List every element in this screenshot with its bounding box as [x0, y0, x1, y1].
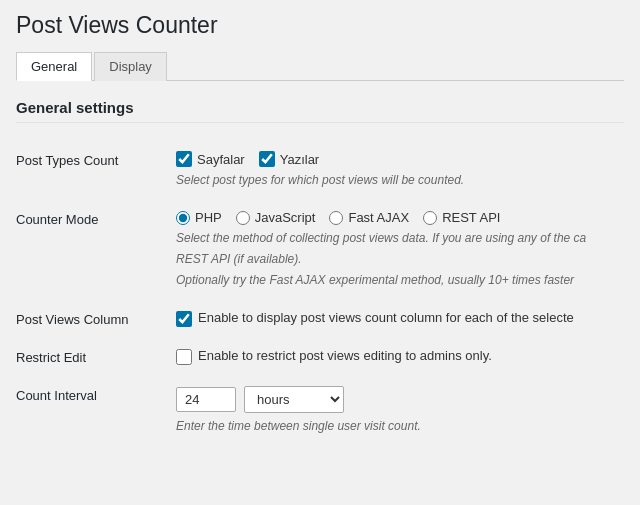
radio-fast-ajax-item: Fast AJAX — [329, 210, 409, 225]
label-php[interactable]: PHP — [195, 210, 222, 225]
label-restrict-edit: Restrict Edit — [16, 338, 176, 376]
tab-general[interactable]: General — [16, 52, 92, 81]
help-counter-mode-2: REST API (if available). — [176, 250, 624, 268]
settings-table: Post Types Count Sayfalar Yazılar Select… — [16, 141, 624, 445]
help-counter-mode-1: Select the method of collecting post vie… — [176, 229, 624, 247]
control-count-interval: minutes hours days Enter the time betwee… — [176, 376, 624, 446]
radio-javascript-item: JavaScript — [236, 210, 316, 225]
interval-value-input[interactable] — [176, 387, 236, 412]
radio-javascript[interactable] — [236, 211, 250, 225]
control-counter-mode: PHP JavaScript Fast AJAX REST API — [176, 200, 624, 300]
control-post-views-column: Enable to display post views count colum… — [176, 300, 624, 338]
help-count-interval: Enter the time between single user visit… — [176, 417, 624, 435]
label-yazilar[interactable]: Yazılar — [280, 152, 320, 167]
label-post-views-column-check[interactable]: Enable to display post views count colum… — [198, 310, 574, 325]
label-javascript[interactable]: JavaScript — [255, 210, 316, 225]
row-post-types-count: Post Types Count Sayfalar Yazılar Select… — [16, 141, 624, 200]
interval-unit-select[interactable]: minutes hours days — [244, 386, 344, 413]
label-rest-api[interactable]: REST API — [442, 210, 500, 225]
checkbox-sayfalar-item: Sayfalar — [176, 151, 245, 167]
label-count-interval: Count Interval — [16, 376, 176, 446]
radio-rest-api[interactable] — [423, 211, 437, 225]
page-title: Post Views Counter — [16, 12, 624, 39]
label-post-views-column: Post Views Column — [16, 300, 176, 338]
label-fast-ajax[interactable]: Fast AJAX — [348, 210, 409, 225]
count-interval-controls: minutes hours days — [176, 386, 624, 413]
tab-display[interactable]: Display — [94, 52, 167, 81]
control-restrict-edit: Enable to restrict post views editing to… — [176, 338, 624, 376]
row-count-interval: Count Interval minutes hours days Enter … — [16, 376, 624, 446]
label-post-types-count: Post Types Count — [16, 141, 176, 200]
row-counter-mode: Counter Mode PHP JavaScript Fast AJAX — [16, 200, 624, 300]
row-restrict-edit: Restrict Edit Enable to restrict post vi… — [16, 338, 624, 376]
checkbox-restrict-edit[interactable] — [176, 349, 192, 365]
post-views-column-row: Enable to display post views count colum… — [176, 310, 624, 327]
section-title: General settings — [16, 99, 624, 123]
help-counter-mode-3: Optionally try the Fast AJAX experimenta… — [176, 271, 624, 289]
label-sayfalar[interactable]: Sayfalar — [197, 152, 245, 167]
label-restrict-edit-check[interactable]: Enable to restrict post views editing to… — [198, 348, 492, 363]
checkbox-yazilar[interactable] — [259, 151, 275, 167]
post-types-checkboxes: Sayfalar Yazılar — [176, 151, 624, 167]
counter-mode-radios: PHP JavaScript Fast AJAX REST API — [176, 210, 624, 225]
radio-php-item: PHP — [176, 210, 222, 225]
radio-fast-ajax[interactable] — [329, 211, 343, 225]
tabs-container: General Display — [16, 51, 624, 81]
checkbox-post-views-column[interactable] — [176, 311, 192, 327]
checkbox-yazilar-item: Yazılar — [259, 151, 320, 167]
restrict-edit-row: Enable to restrict post views editing to… — [176, 348, 624, 365]
radio-rest-api-item: REST API — [423, 210, 500, 225]
radio-php[interactable] — [176, 211, 190, 225]
control-post-types-count: Sayfalar Yazılar Select post types for w… — [176, 141, 624, 200]
row-post-views-column: Post Views Column Enable to display post… — [16, 300, 624, 338]
checkbox-sayfalar[interactable] — [176, 151, 192, 167]
label-counter-mode: Counter Mode — [16, 200, 176, 300]
help-post-types: Select post types for which post views w… — [176, 171, 624, 189]
